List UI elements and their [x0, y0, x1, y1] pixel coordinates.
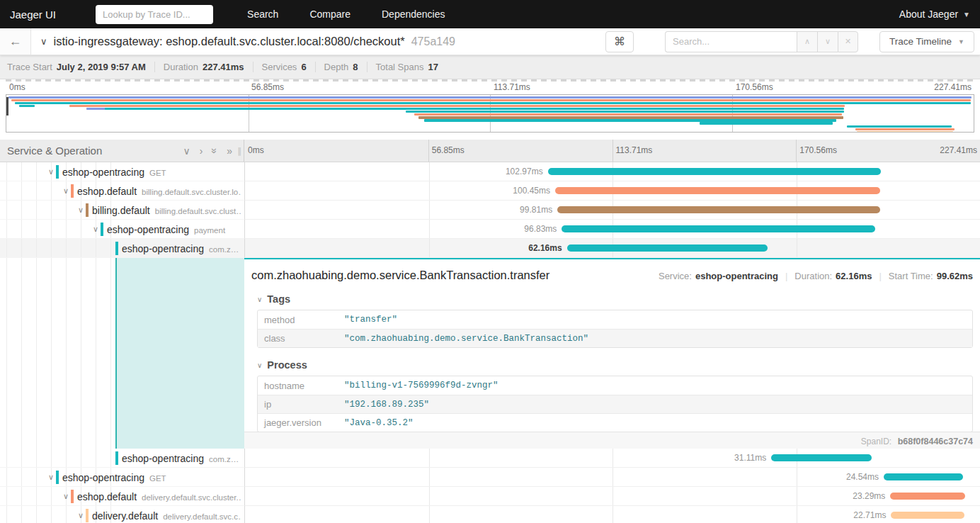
expand-one-icon[interactable]: › [200, 146, 203, 156]
span-duration-label: 22.71ms [853, 506, 891, 523]
tree-chevron-down-icon[interactable]: ∨ [61, 181, 71, 201]
service-name: eshop-opentracing [107, 224, 189, 235]
process-table: hostname"billing-v1-7569996f9d-zvngr"ip"… [257, 376, 973, 432]
tree-chevron-down-icon[interactable]: ∨ [76, 201, 86, 220]
nav-item-compare[interactable]: Compare [294, 0, 366, 28]
span-bar-cell[interactable]: 24.54ms [244, 468, 980, 487]
span-tree-label[interactable]: eshop-opentracingcom.z… [122, 239, 241, 259]
nav-item-dependencies[interactable]: Dependencies [366, 0, 461, 28]
minimap-span-bar [105, 108, 844, 110]
minimap-span-bar [11, 99, 971, 101]
kv-row[interactable]: ip"192.168.89.235" [258, 395, 972, 413]
tags-section-header[interactable]: ∨ Tags [257, 293, 973, 305]
span-duration-bar[interactable] [771, 454, 872, 461]
trace-view-selector[interactable]: Trace Timeline ▼ [879, 31, 974, 52]
trace-info-item: Trace StartJuly 2, 2019 9:57 AM [7, 62, 155, 72]
span-tree-cell[interactable]: eshop-opentracingcom.z… [0, 449, 244, 468]
span-bar-cell[interactable]: 100.45ms [244, 181, 980, 201]
keyboard-shortcuts-button[interactable]: ⌘ [605, 31, 634, 52]
app-brand[interactable]: Jaeger UI [10, 9, 56, 21]
span-duration-bar[interactable] [548, 168, 881, 175]
span-duration-bar[interactable] [557, 206, 880, 213]
kv-key: hostname [258, 381, 344, 391]
back-button[interactable]: ← [0, 28, 31, 55]
kv-row[interactable]: jaeger.version"Java-0.35.2" [258, 413, 972, 432]
search-clear-button[interactable]: ✕ [838, 31, 858, 52]
tree-chevron-down-icon[interactable]: ∨ [61, 487, 71, 506]
span-duration-bar[interactable] [562, 225, 874, 232]
ruler-tick-label: 0ms [248, 145, 264, 155]
trace-search-input[interactable] [665, 31, 797, 52]
span-rows-below: eshop-opentracingcom.z…31.11ms∨eshop-ope… [0, 449, 980, 523]
span-tree-cell[interactable]: ∨eshop-opentracingGET [0, 162, 244, 181]
minimap-span-bar [418, 116, 843, 118]
span-tree-label[interactable]: eshop-opentracingpayment [107, 220, 241, 240]
minimap-span-bar [19, 105, 35, 107]
tree-chevron-down-icon[interactable]: ∨ [46, 162, 56, 181]
span-duration-bar[interactable] [884, 473, 963, 480]
span-tree-cell[interactable]: ∨eshop-opentracingGET [0, 468, 244, 487]
span-bar-cell[interactable]: 62.16ms [244, 239, 980, 258]
column-resizer-handle[interactable]: ∥ [237, 146, 242, 156]
span-bar-cell[interactable]: 96.83ms [244, 220, 980, 239]
minimap-left-drag-handle[interactable] [6, 97, 8, 116]
span-bar-cell[interactable]: 99.81ms [244, 201, 980, 220]
span-duration-bar[interactable] [567, 244, 768, 252]
span-tree-label[interactable]: eshop.defaultdelivery.default.svc.cluste… [77, 487, 241, 507]
span-tree-label[interactable]: eshop.defaultbilling.default.svc.cluster… [77, 181, 241, 202]
kv-row[interactable]: hostname"billing-v1-7569996f9d-zvngr" [258, 376, 972, 395]
span-tree-cell[interactable]: ∨eshop.defaultbilling.default.svc.cluste… [0, 181, 244, 201]
kv-value: "192.168.89.235" [344, 400, 429, 410]
span-duration-bar[interactable] [891, 512, 964, 519]
kv-row[interactable]: class"com.zhaohuabing.demo.service.BankT… [258, 329, 972, 347]
kv-value: "com.zhaohuabing.demo.service.BankTransa… [344, 334, 588, 344]
span-detail-header: com.zhaohuabing.demo.service.BankTransac… [251, 269, 973, 282]
span-tree-label[interactable]: eshop-opentracingcom.z… [122, 449, 241, 469]
tree-chevron-down-icon[interactable]: ∨ [91, 220, 101, 239]
span-detail-highlight[interactable] [115, 258, 244, 449]
spanid-label: SpanID: [861, 437, 891, 446]
collapse-one-icon[interactable]: ∨ [183, 146, 190, 156]
minimap-span-bar [857, 131, 954, 133]
span-tree-cell[interactable]: ∨eshop-opentracingpayment [0, 220, 244, 239]
minimap-canvas[interactable] [6, 94, 974, 133]
span-tree-cell[interactable]: ∨delivery.defaultdelivery.default.svc.c… [0, 506, 244, 523]
span-tree-cell[interactable]: ∨billing.defaultbilling.default.svc.clus… [0, 201, 244, 220]
span-bar-cell[interactable]: 23.29ms [244, 487, 980, 506]
span-operation-title[interactable]: com.zhaohuabing.demo.service.BankTransac… [251, 269, 549, 282]
span-tree-cell[interactable]: ∨eshop.defaultdelivery.default.svc.clust… [0, 487, 244, 506]
span-duration-label: 102.97ms [506, 162, 548, 181]
span-bar-cell[interactable]: 102.97ms [244, 162, 980, 181]
spacer [0, 133, 980, 140]
tree-chevron-down-icon[interactable]: ∨ [46, 468, 56, 487]
span-duration-bar[interactable] [890, 493, 965, 500]
start-time-label: Start Time: [889, 271, 933, 281]
span-tree-label[interactable]: delivery.defaultdelivery.default.svc.c… [92, 506, 241, 523]
timeline-gridline [612, 487, 613, 505]
search-next-button[interactable]: ∨ [817, 31, 838, 52]
collapse-all-icon[interactable]: » [210, 148, 220, 154]
process-section-header[interactable]: ∨ Process [257, 359, 973, 371]
span-tree-label[interactable]: billing.defaultbilling.default.svc.clust… [92, 201, 241, 221]
ruler-tick-label: 170.56ms [736, 82, 773, 92]
trace-title[interactable]: istio-ingressgateway: eshop.default.svc.… [54, 35, 405, 48]
start-time-value: 99.62ms [937, 271, 973, 281]
trace-title-collapse-icon[interactable]: ∨ [40, 36, 47, 47]
span-bar-cell[interactable]: 22.71ms [244, 506, 980, 523]
trace-info-item: Total Spans17 [368, 62, 447, 72]
timeline-ruler: 0ms56.85ms113.71ms170.56ms227.41ms [244, 140, 980, 162]
expand-all-icon[interactable]: » [227, 146, 232, 156]
search-prev-button[interactable]: ∧ [797, 31, 817, 52]
chevron-down-icon: ∨ [825, 37, 831, 46]
span-tree-cell[interactable]: eshop-opentracingcom.z… [0, 239, 244, 258]
span-duration-bar[interactable] [555, 187, 880, 194]
kv-row[interactable]: method"transfer" [258, 310, 972, 329]
span-tree-label[interactable]: eshop-opentracingGET [62, 162, 241, 183]
about-jaeger-menu[interactable]: About Jaeger ▼ [899, 9, 970, 20]
about-jaeger-label: About Jaeger [899, 9, 958, 20]
tree-chevron-down-icon[interactable]: ∨ [76, 506, 86, 523]
trace-id-lookup-input[interactable] [96, 5, 213, 24]
nav-item-search[interactable]: Search [232, 0, 294, 28]
span-tree-label[interactable]: eshop-opentracingGET [62, 468, 241, 488]
span-bar-cell[interactable]: 31.11ms [244, 449, 980, 468]
